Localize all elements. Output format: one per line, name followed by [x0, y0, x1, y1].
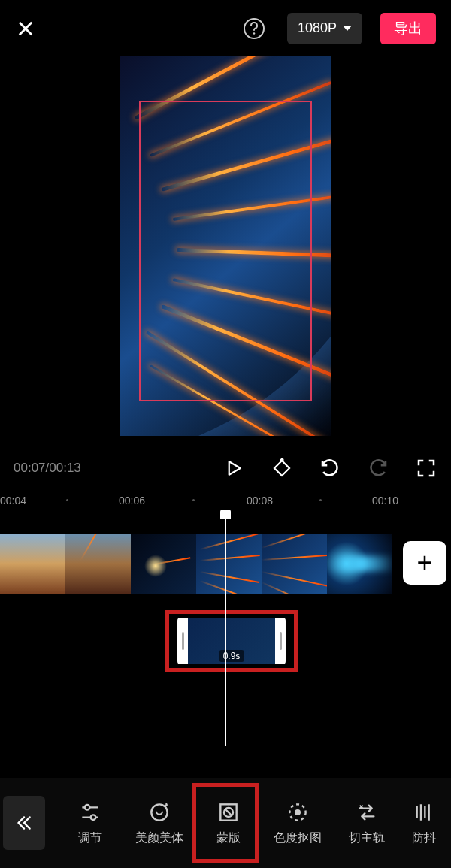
chroma-icon — [286, 800, 310, 824]
clip-handle-right[interactable] — [275, 618, 286, 664]
adjust-icon — [78, 800, 102, 824]
tool-adjust[interactable]: 调节 — [56, 800, 125, 846]
tool-label: 美颜美体 — [135, 830, 183, 846]
close-icon[interactable] — [15, 18, 36, 39]
tool-stabilize[interactable]: 防抖 — [401, 800, 446, 846]
chevron-down-icon — [343, 26, 352, 31]
add-clip-button[interactable]: + — [403, 541, 446, 585]
ruler-tick: 00:06 — [119, 494, 145, 507]
clip-thumbnail[interactable] — [327, 534, 392, 594]
tool-label: 切主轨 — [349, 830, 385, 846]
svg-point-9 — [295, 809, 301, 815]
bottom-toolbar: 调节 美颜美体 蒙版 色度抠图 切主轨 防抖 — [0, 778, 451, 868]
svg-point-2 — [85, 805, 90, 810]
plus-icon: + — [416, 549, 432, 576]
beauty-icon — [147, 800, 171, 824]
svg-point-1 — [253, 32, 256, 35]
mask-icon — [216, 800, 241, 824]
clip-thumbnail[interactable] — [262, 534, 327, 594]
tool-mask[interactable]: 蒙版 — [194, 800, 263, 846]
switch-track-icon — [355, 800, 379, 824]
clip-thumbnail[interactable] — [196, 534, 262, 594]
clip-duration: 0.9s — [219, 650, 244, 662]
back-button[interactable] — [3, 796, 45, 850]
ruler-tick: 00:10 — [372, 494, 398, 507]
tool-label: 蒙版 — [216, 830, 241, 846]
svg-point-4 — [151, 804, 167, 820]
tool-label: 色度抠图 — [274, 830, 322, 846]
timecode: 00:07/00:13 — [14, 461, 81, 476]
resolution-label: 1080P — [298, 20, 337, 36]
undo-icon[interactable] — [319, 457, 341, 479]
tool-beauty[interactable]: 美颜美体 — [125, 800, 194, 846]
tool-label: 防抖 — [412, 830, 436, 846]
redo-icon[interactable] — [367, 457, 389, 479]
ruler-tick: 00:08 — [247, 494, 273, 507]
resolution-select[interactable]: 1080P — [287, 13, 362, 44]
chevron-left-double-icon — [14, 813, 34, 833]
video-preview[interactable] — [120, 56, 331, 436]
clip-thumbnail[interactable] — [65, 534, 131, 594]
tool-label: 调节 — [78, 830, 102, 846]
video-track[interactable] — [0, 534, 392, 594]
clip-thumbnail[interactable] — [0, 534, 65, 594]
ruler-tick: 00:04 — [0, 494, 26, 507]
stabilize-icon — [412, 800, 436, 824]
play-icon[interactable] — [222, 457, 245, 479]
help-icon[interactable] — [242, 17, 266, 41]
tool-switch-track[interactable]: 切主轨 — [332, 800, 401, 846]
tool-chroma-key[interactable]: 色度抠图 — [263, 800, 332, 846]
keyframe-icon[interactable] — [271, 457, 293, 479]
clip-handle-left[interactable] — [177, 618, 188, 664]
fullscreen-icon[interactable] — [415, 457, 437, 479]
clip-thumbnail[interactable] — [131, 534, 196, 594]
svg-line-7 — [226, 809, 232, 815]
overlay-clip[interactable]: 0.9s — [177, 618, 286, 664]
playhead[interactable] — [225, 513, 226, 746]
export-button[interactable]: 导出 — [380, 13, 436, 44]
timeline[interactable]: + 0.9s — [0, 513, 451, 761]
svg-point-3 — [91, 815, 96, 820]
